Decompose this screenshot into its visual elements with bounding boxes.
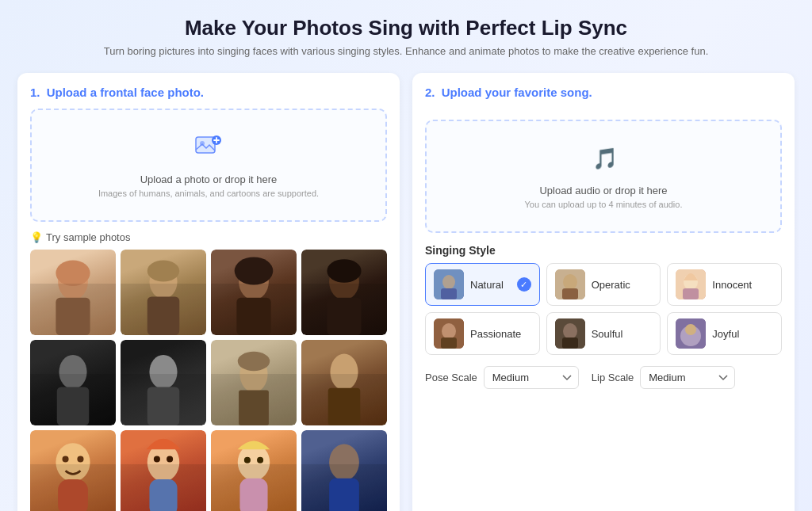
style-natural[interactable]: Natural ✓	[425, 263, 540, 306]
sample-photo-5[interactable]	[30, 340, 116, 425]
style-passionate-thumb	[434, 318, 464, 349]
svg-rect-11	[236, 298, 270, 335]
style-joyful-name: Joyful	[712, 328, 773, 340]
style-innocent[interactable]: Innocent	[667, 263, 782, 306]
svg-point-84	[685, 324, 696, 335]
svg-point-22	[330, 354, 358, 391]
svg-point-33	[244, 457, 251, 463]
style-natural-check: ✓	[517, 277, 531, 292]
audio-upload-main-text: Upload audio or drop it here	[539, 185, 667, 196]
singing-style-grid: Natural ✓ Operatic	[425, 263, 782, 355]
svg-point-7	[147, 261, 180, 282]
style-natural-name: Natural	[470, 279, 511, 291]
svg-point-24	[56, 443, 90, 482]
svg-point-17	[149, 355, 177, 389]
svg-rect-69	[441, 288, 457, 299]
svg-rect-72	[562, 288, 578, 299]
sample-photo-8[interactable]	[301, 340, 387, 425]
sample-photo-11[interactable]	[211, 430, 297, 511]
photo-upload-zone[interactable]: Upload a photo or drop it here Images of…	[30, 109, 387, 222]
svg-rect-37	[329, 479, 359, 511]
svg-point-4	[56, 261, 90, 286]
singing-style-label: Singing Style	[425, 244, 782, 257]
pose-scale-group: Pose Scale Small Medium Large	[425, 366, 579, 389]
svg-point-77	[442, 323, 456, 339]
style-soulful[interactable]: Soulful	[546, 312, 661, 355]
style-operatic-name: Operatic	[592, 279, 653, 291]
audio-upload-icon: 🎵	[589, 143, 618, 178]
svg-point-13	[327, 259, 361, 283]
sample-photo-7[interactable]	[211, 340, 297, 425]
sample-photo-grid: ⊕ ▼	[30, 250, 387, 511]
style-innocent-thumb	[676, 269, 706, 299]
sample-photo-4[interactable]	[301, 250, 387, 335]
upload-audio-title: 2. Upload your favorite song.	[425, 86, 782, 99]
svg-point-30	[167, 456, 173, 462]
photo-upload-icon	[194, 132, 223, 167]
sample-photo-9[interactable]	[30, 430, 116, 511]
svg-point-34	[257, 457, 263, 463]
style-innocent-name: Innocent	[712, 279, 773, 291]
page-subtitle: Turn boring pictures into singing faces …	[16, 45, 796, 57]
svg-point-36	[329, 444, 359, 481]
audio-upload-sub-text: You can upload up to 4 minutes of audio.	[525, 200, 683, 209]
svg-rect-81	[562, 337, 578, 349]
style-soulful-name: Soulful	[592, 328, 653, 340]
svg-rect-78	[441, 337, 457, 349]
upload-audio-panel: 2. Upload your favorite song. 🎵 Upload a…	[412, 73, 795, 511]
svg-point-71	[563, 274, 577, 290]
svg-point-15	[59, 355, 86, 389]
photo-upload-sub-text: Images of humans, animals, and cartoons …	[98, 189, 319, 198]
svg-rect-75	[683, 288, 699, 299]
lip-scale-group: Lip Scale Small Medium Large	[592, 366, 735, 389]
svg-rect-8	[147, 296, 180, 335]
upload-photo-panel: 1. Upload a frontal face photo. Upload a…	[17, 73, 400, 511]
pose-scale-select[interactable]: Small Medium Large	[484, 366, 579, 389]
svg-rect-5	[56, 298, 90, 335]
svg-point-32	[238, 444, 270, 481]
style-joyful-thumb	[676, 318, 706, 349]
svg-rect-18	[147, 387, 180, 425]
style-operatic[interactable]: Operatic	[546, 263, 661, 306]
svg-rect-35	[239, 479, 267, 511]
singing-style-section: Singing Style Natural ✓	[425, 244, 782, 355]
svg-rect-21	[239, 390, 269, 425]
svg-point-26	[77, 456, 83, 462]
svg-point-68	[442, 275, 455, 289]
svg-rect-16	[57, 387, 90, 425]
sample-photo-12[interactable]	[301, 430, 387, 511]
photo-upload-main-text: Upload a photo or drop it here	[140, 174, 278, 185]
upload-photo-label: Upload a frontal face photo.	[47, 86, 204, 99]
upload-audio-label: Upload your favorite song.	[442, 86, 592, 99]
svg-point-80	[563, 323, 577, 339]
svg-point-10	[235, 257, 274, 284]
sample-photo-2[interactable]	[121, 250, 206, 335]
lip-scale-select[interactable]: Small Medium Large	[640, 366, 735, 389]
style-passionate-name: Passionate	[470, 328, 531, 340]
style-joyful[interactable]: Joyful	[667, 312, 782, 355]
sample-photo-1[interactable]	[30, 250, 116, 335]
step-2-number: 2.	[425, 86, 435, 99]
sample-photo-3[interactable]	[211, 250, 297, 335]
lip-scale-label: Lip Scale	[592, 372, 634, 383]
svg-rect-31	[149, 479, 177, 511]
svg-rect-23	[328, 388, 361, 425]
style-soulful-thumb	[555, 318, 585, 349]
style-natural-thumb	[434, 269, 464, 299]
audio-upload-zone[interactable]: 🎵 Upload audio or drop it here You can u…	[425, 120, 782, 233]
pose-scale-label: Pose Scale	[425, 372, 477, 383]
sample-photo-10[interactable]	[121, 430, 206, 511]
svg-rect-27	[58, 479, 88, 511]
sample-photo-6[interactable]	[121, 340, 206, 425]
svg-point-25	[63, 456, 69, 462]
sample-photos-label: 💡 Try sample photos	[30, 231, 387, 243]
svg-point-29	[154, 456, 160, 462]
style-operatic-thumb	[555, 269, 585, 299]
svg-point-20	[238, 352, 270, 371]
upload-photo-title: 1. Upload a frontal face photo.	[30, 86, 387, 99]
step-1-number: 1.	[30, 86, 40, 99]
scale-row: Pose Scale Small Medium Large Lip Scale …	[425, 366, 782, 389]
page-title: Make Your Photos Sing with Perfect Lip S…	[16, 16, 796, 40]
style-passionate[interactable]: Passionate	[425, 312, 540, 355]
sample-emoji: 💡	[30, 231, 43, 243]
